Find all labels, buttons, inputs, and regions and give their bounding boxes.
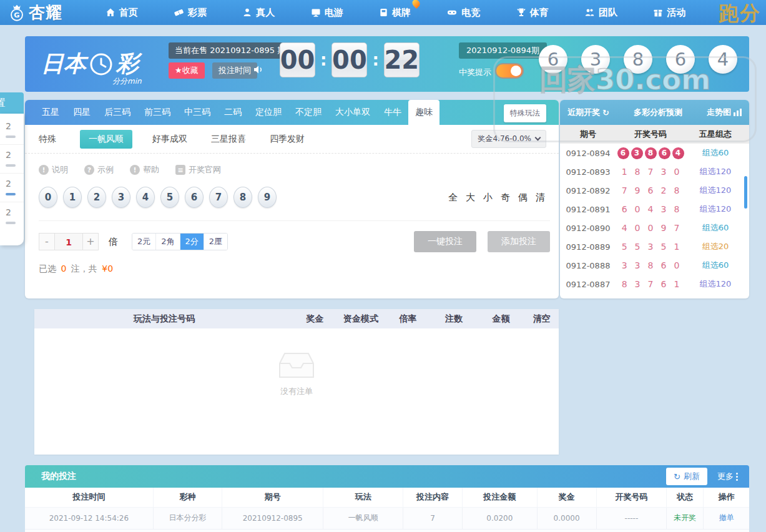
quick-all[interactable]: 全 xyxy=(448,192,458,204)
left-panel-row[interactable]: 2 xyxy=(0,202,24,230)
quick-clear[interactable]: 清 xyxy=(536,192,545,204)
info-icon: ! xyxy=(130,165,140,175)
tab-dingweidan[interactable]: 定位胆 xyxy=(248,100,288,125)
cancel-bet-link[interactable]: 撤单 xyxy=(704,507,749,529)
tab-budingdan[interactable]: 不定胆 xyxy=(288,100,328,125)
countdown-hours: 00 xyxy=(280,42,315,77)
multiplier-input[interactable]: 1 xyxy=(55,233,82,250)
pick-ball-6[interactable]: 6 xyxy=(185,187,204,208)
add-bet-button[interactable]: 添加投注 xyxy=(488,231,550,252)
tab-daxiaodanshuang[interactable]: 大小单双 xyxy=(328,100,377,125)
bet-controls: - 1 + 倍 2元 2角 2分 2厘 一键投注 添加投注 xyxy=(39,220,550,252)
nav-item-promos[interactable]: 活动 xyxy=(653,7,685,19)
nav-item-chess[interactable]: 棋牌 xyxy=(379,7,411,19)
monitor-icon xyxy=(311,7,321,17)
unit-fen-active[interactable]: 2分 xyxy=(180,234,204,250)
draw-ball: 8 xyxy=(624,45,652,74)
pick-ball-8[interactable]: 8 xyxy=(233,187,252,208)
pick-ball-9[interactable]: 9 xyxy=(258,187,277,208)
team-icon xyxy=(584,7,595,17)
pick-ball-4[interactable]: 4 xyxy=(136,187,155,208)
help-bangzhu[interactable]: ! 帮助 xyxy=(130,164,159,175)
draw-numbers: 60438 xyxy=(616,204,685,214)
toggle-knob xyxy=(511,66,521,76)
pattern-link[interactable]: 组选120 xyxy=(685,185,746,196)
tab-erma[interactable]: 二码 xyxy=(217,100,248,125)
site-logo[interactable]: G 杏耀 xyxy=(7,2,62,24)
pick-ball-5[interactable]: 5 xyxy=(160,187,179,208)
subtab-haoshichengshuang[interactable]: 好事成双 xyxy=(152,134,187,145)
tab-zhongsanma[interactable]: 中三码 xyxy=(177,100,217,125)
nav-item-esports[interactable]: 电竞 xyxy=(446,7,480,19)
pick-ball-2[interactable]: 2 xyxy=(87,187,106,208)
pick-ball-7[interactable]: 7 xyxy=(209,187,228,208)
crown-logo-icon: G xyxy=(7,2,26,22)
multiplier-minus-button[interactable]: - xyxy=(39,233,55,250)
subtab-teshu[interactable]: 特殊 xyxy=(39,134,56,145)
pattern-link[interactable]: 组选20 xyxy=(685,241,746,252)
left-panel-row[interactable]: 2 xyxy=(0,145,24,174)
sidebar-tab-analysis[interactable]: 多彩分析预测 xyxy=(634,107,682,118)
more-button[interactable]: 更多 xyxy=(717,471,738,482)
bonus-dropdown[interactable]: 奖金4.76-0.0% xyxy=(471,130,546,148)
nav-item-sports[interactable]: 体育 xyxy=(516,7,549,19)
subtab-sanxingbaoxi[interactable]: 三星报喜 xyxy=(211,134,246,145)
refresh-icon: ↻ xyxy=(674,472,680,481)
unit-jiao[interactable]: 2角 xyxy=(155,234,179,250)
left-panel-row[interactable]: 2 xyxy=(0,174,24,202)
pattern-link[interactable]: 组选120 xyxy=(685,278,746,290)
sidebar-table-header: 期号 开奖号码 五星组态 xyxy=(560,125,749,144)
help-shili[interactable]: ? 示例 xyxy=(84,164,114,175)
tab-sixing[interactable]: 四星 xyxy=(66,100,97,125)
nav-item-lottery[interactable]: 彩票 xyxy=(174,7,207,19)
bet-time-button[interactable]: 投注时间 xyxy=(212,62,257,79)
help-official-site[interactable]: ≡ 开奖官网 xyxy=(175,164,221,175)
quick-small[interactable]: 小 xyxy=(483,192,493,204)
my-bet-row xyxy=(25,529,749,532)
pattern-link[interactable]: 组选120 xyxy=(685,166,746,177)
draw-numbers: 33860 xyxy=(616,260,685,270)
tab-niuniu[interactable]: 牛牛 xyxy=(377,100,408,125)
info-icon: ! xyxy=(39,165,49,175)
tab-quwei-active[interactable]: 趣味 xyxy=(408,100,439,125)
win-tip-toggle[interactable] xyxy=(496,64,523,77)
quick-big[interactable]: 大 xyxy=(466,192,475,204)
sidebar-scrollbar[interactable] xyxy=(744,176,747,209)
countdown-seconds: 22 xyxy=(384,42,420,77)
multiplier-plus-button[interactable]: + xyxy=(82,233,99,250)
draw-row: 0912-0889 55351 组选20 xyxy=(560,237,749,256)
pattern-link[interactable]: 组选120 xyxy=(685,204,746,215)
sidebar-tab-recent-draws[interactable]: 近期开奖 ↻ xyxy=(567,107,609,118)
nav-item-live[interactable]: 真人 xyxy=(242,7,275,19)
refresh-button[interactable]: ↻ 刷新 xyxy=(666,468,707,485)
subtab-yifanfengshun-active[interactable]: 一帆风顺 xyxy=(80,130,132,149)
pattern-link[interactable]: 组选60 xyxy=(685,222,746,234)
left-panel-body: 2 2 2 2 xyxy=(0,114,24,245)
favorite-button[interactable]: ★收藏 xyxy=(169,62,205,79)
pick-ball-1[interactable]: 1 xyxy=(63,187,82,208)
pick-ball-3[interactable]: 3 xyxy=(112,187,130,208)
mini-bar xyxy=(6,193,16,195)
quick-even[interactable]: 偶 xyxy=(518,192,528,204)
nav-item-home[interactable]: 首页 xyxy=(106,7,138,19)
my-bets-header-row: 投注时间 彩种 期号 玩法 投注内容 投注金额 奖金 开奖号码 状态 操作 xyxy=(25,488,749,507)
pick-ball-0[interactable]: 0 xyxy=(39,187,57,208)
subtab-sijifacai[interactable]: 四季发财 xyxy=(270,134,305,145)
left-panel-row[interactable]: 2 xyxy=(0,116,24,145)
tab-wuxing[interactable]: 五星 xyxy=(35,100,66,125)
quick-odd[interactable]: 奇 xyxy=(501,192,510,204)
unit-yuan[interactable]: 2元 xyxy=(132,234,155,250)
speaker-icon[interactable] xyxy=(253,65,264,74)
special-play-button[interactable]: 特殊玩法 xyxy=(504,104,546,122)
tab-qiansanma[interactable]: 前三码 xyxy=(137,100,177,125)
tab-housanma[interactable]: 后三码 xyxy=(97,100,137,125)
nav-item-team[interactable]: 团队 xyxy=(584,7,617,19)
unit-li[interactable]: 2厘 xyxy=(204,234,227,250)
pattern-link[interactable]: 组选60 xyxy=(685,147,746,159)
help-shuoming[interactable]: ! 说明 xyxy=(39,164,68,175)
nav-item-egames[interactable]: 电游 xyxy=(311,7,343,19)
sidebar-tab-trend-chart[interactable]: 走势图 xyxy=(707,107,742,118)
pattern-link[interactable]: 组选60 xyxy=(685,260,746,271)
one-key-bet-button[interactable]: 一键投注 xyxy=(414,231,476,252)
bet-content: 7 xyxy=(403,507,462,529)
